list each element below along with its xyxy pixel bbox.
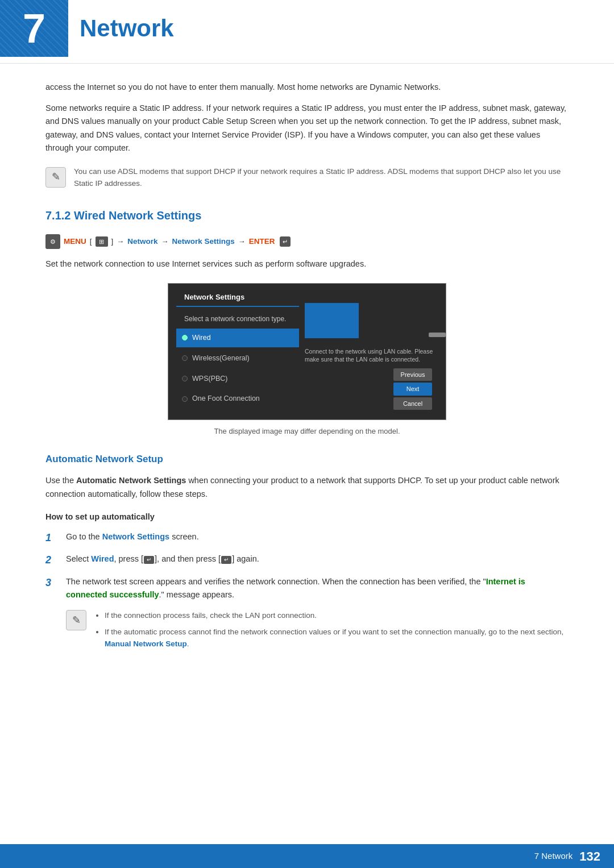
intro-para-2: Some networks require a Static IP addres… [45,102,569,155]
menu-bracket-open: [ [90,236,92,247]
section-number: 7.1.2 [45,209,70,222]
menu-icon: ⚙ [45,234,60,249]
ns-option-wired[interactable]: Wired [176,329,299,347]
bullet-list: If the connection process fails, check t… [94,610,569,655]
ns-option-wireless-label: Wireless(General) [192,353,250,364]
manual-network-link[interactable]: Manual Network Setup [105,639,187,648]
steps-list: 1 Go to the Network Settings screen. 2 S… [45,530,569,601]
menu-network: Network [127,236,157,247]
chapter-number: 7 [23,0,45,59]
note-box: ✎ You can use ADSL modems that support D… [45,166,569,190]
intro-para-1: access the Internet so you do not have t… [45,81,569,94]
step-3-success-msg: Internet is connected successfully [66,577,525,599]
ns-right-panel: Connect to the network using LAN cable. … [299,292,435,412]
menu-arrow-1: → [117,236,124,247]
step-3: 3 The network test screen appears and ve… [45,575,569,601]
step-1-text: Go to the Network Settings screen. [66,530,569,543]
footer-section-label: 7 Network [534,850,573,863]
ns-option-wps-label: WPS(PBC) [192,373,228,384]
section-heading: 7.1.2 Wired Network Settings [45,207,569,224]
step-3-text: The network test screen appears and veri… [66,575,569,601]
inner-note-icon: ✎ [66,610,86,630]
ns-btn-next[interactable]: Next [393,383,432,396]
auto-setup-desc: Use the Automatic Network Settings when … [45,474,569,500]
menu-label: MENU [64,236,86,247]
ns-subtitle: Select a network connection type. [176,312,299,329]
bullet-2: If the automatic process cannot find the… [105,626,569,650]
note-icon: ✎ [45,167,66,188]
ns-option-wireless[interactable]: Wireless(General) [176,349,299,368]
step-2-enter-icon-2: ↵ [221,556,231,564]
step-2-wired: Wired [91,554,114,563]
screenshot-caption: The displayed image may differ depending… [45,426,569,437]
menu-arrow-2: → [161,236,169,247]
chapter-header: 7 Network [0,0,614,64]
how-to-heading: How to set up automatically [45,511,569,524]
ns-btn-cancel[interactable]: Cancel [393,397,432,410]
page-footer: 7 Network 132 [0,844,614,868]
step-2-enter-icon-1: ↵ [144,556,154,564]
section-title: Wired Network Settings [74,209,201,222]
step-1: 1 Go to the Network Settings screen. [45,530,569,546]
step-2-num: 2 [45,553,58,568]
step-3-num: 3 [45,575,58,591]
auto-setup-heading: Automatic Network Setup [45,452,569,467]
chapter-title: Network [0,0,614,46]
inner-note: ✎ If the connection process fails, check… [66,610,569,655]
menu-grid-icon: ⊞ [96,236,108,247]
ns-dot-wps [182,376,188,381]
set-network-desc: Set the network connection to use Intern… [45,258,569,271]
network-settings-box: Network Settings Select a network connec… [168,283,446,421]
step-1-network-settings: Network Settings [102,532,169,541]
menu-arrow-3: → [238,236,246,247]
menu-enter-icon: ↵ [280,236,291,247]
step-2-text: Select Wired, press [↵], and then press … [66,553,569,565]
ns-btn-previous[interactable]: Previous [393,368,432,381]
ns-option-wired-label: Wired [192,333,211,343]
screenshot-wrapper: Network Settings Select a network connec… [45,283,569,421]
step-1-num: 1 [45,530,58,546]
note-text: You can use ADSL modems that support DHC… [74,166,569,190]
ns-cable-icon [429,333,446,337]
bullet-1: If the connection process fails, check t… [105,610,569,622]
ns-option-wps[interactable]: WPS(PBC) [176,369,299,388]
auto-settings-bold: Automatic Network Settings [76,476,186,485]
ns-image-area [305,303,359,338]
ns-desc-text: Connect to the network using LAN cable. … [305,347,435,364]
step-2: 2 Select Wired, press [↵], and then pres… [45,553,569,568]
ns-title: Network Settings [176,292,299,308]
ns-dot-onefoot [182,396,188,402]
ns-option-onefoot[interactable]: One Foot Connection [176,389,299,408]
chapter-number-block: 7 [0,0,68,57]
menu-enter-label: ENTER [249,236,275,247]
main-content: access the Internet so you do not have t… [0,81,614,655]
ns-option-onefoot-label: One Foot Connection [192,393,260,404]
menu-bracket-close: ] [111,236,114,247]
ns-dot-wireless [182,355,188,361]
ns-left-panel: Network Settings Select a network connec… [168,292,299,412]
footer-page-number: 132 [579,847,600,866]
menu-network-settings: Network Settings [172,236,235,247]
ns-dot-wired [182,335,188,340]
menu-line: ⚙ MENU [ ⊞ ] → Network → Network Setting… [45,234,569,249]
